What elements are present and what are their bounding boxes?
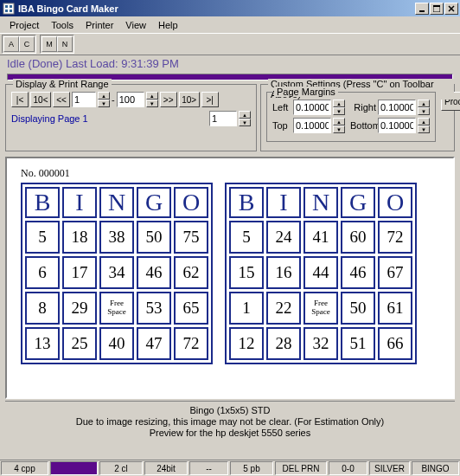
- status-dash: --: [189, 461, 228, 475]
- back10-button[interactable]: 10<: [30, 92, 51, 107]
- bingo-cell: 51: [341, 327, 375, 360]
- bingo-header: O: [174, 187, 208, 218]
- left-margin-spinner[interactable]: ▲▼: [333, 100, 345, 115]
- svg-rect-1: [5, 5, 8, 8]
- menu-printer[interactable]: Printer: [80, 18, 119, 32]
- toolbar-m-button[interactable]: M: [42, 36, 57, 52]
- left-label: Left: [272, 102, 291, 113]
- bingo-cell: 6: [25, 256, 60, 289]
- fwd10-button[interactable]: 10>: [179, 92, 200, 107]
- menu-tools[interactable]: Tools: [45, 18, 80, 32]
- maximize-button[interactable]: [430, 3, 444, 15]
- bingo-cell: 62: [174, 256, 208, 289]
- bingo-cell: 8: [25, 292, 60, 325]
- toolbar-c-button[interactable]: C: [19, 36, 35, 52]
- bingo-cell: 47: [137, 327, 171, 360]
- bingo-cell: 28: [266, 327, 301, 360]
- bingo-cell: 22: [266, 292, 301, 325]
- toolbar: A C M N: [0, 33, 460, 55]
- from-field[interactable]: [72, 92, 96, 107]
- page-field[interactable]: [209, 111, 237, 126]
- status-delprn: DEL PRN: [275, 461, 327, 475]
- bingo-cell: 67: [378, 256, 412, 289]
- footer-line1: Bingo (1x5x5) STD: [10, 405, 450, 415]
- footer-text: Bingo (1x5x5) STD Due to image resizing,…: [5, 401, 455, 444]
- bingo-cell: 15: [229, 256, 264, 289]
- svg-rect-5: [419, 10, 425, 12]
- right-margin-field[interactable]: [378, 100, 416, 115]
- bingo-header: G: [341, 187, 375, 218]
- bingo-cell: 61: [378, 292, 412, 325]
- close-button[interactable]: [444, 3, 458, 15]
- bingo-cell: 75: [174, 221, 208, 254]
- status-last-load: Last Load: 9:31:39 PM: [66, 57, 179, 70]
- to-field[interactable]: [117, 92, 144, 107]
- window-title: IBA Bingo Card Maker: [18, 3, 415, 14]
- bingo-header: B: [229, 187, 264, 218]
- page-spinner[interactable]: ▲▼: [239, 111, 251, 126]
- bingo-cell: 38: [99, 221, 134, 254]
- bottom-label: Bottom: [350, 120, 376, 131]
- bingo-header: G: [137, 187, 171, 218]
- menu-view[interactable]: View: [119, 18, 152, 32]
- bingo-header: I: [266, 187, 301, 218]
- to-spinner[interactable]: ▲▼: [146, 92, 158, 107]
- card-number: No. 000001: [21, 167, 439, 180]
- bingo-cell: 46: [341, 256, 375, 289]
- top-label: Top: [272, 120, 291, 131]
- bingo-cell: 53: [137, 292, 171, 325]
- bingo-cell: 66: [378, 327, 412, 360]
- right-label: Right: [350, 102, 376, 113]
- bingo-cell: 34: [99, 256, 134, 289]
- bingo-cell: 16: [266, 256, 301, 289]
- status-range: 0-0: [329, 461, 367, 475]
- minimize-button[interactable]: [415, 3, 429, 15]
- bingo-cell: 25: [62, 327, 97, 360]
- bingo-cell: 5: [229, 221, 264, 254]
- top-margin-field[interactable]: [293, 118, 331, 133]
- bingo-cell: 65: [174, 292, 208, 325]
- bingo-cell: Free Space: [99, 292, 134, 325]
- bingo-cell: 50: [137, 221, 171, 254]
- menu-help[interactable]: Help: [152, 18, 184, 32]
- status-silver: SILVER: [369, 461, 410, 475]
- bingo-cell: 32: [303, 327, 338, 360]
- status-bingo: BINGO: [412, 461, 459, 475]
- bingo-cell: 46: [137, 256, 171, 289]
- margins-legend: Page Margins: [274, 87, 338, 97]
- prev-button[interactable]: <<: [53, 92, 70, 107]
- svg-rect-2: [10, 5, 12, 8]
- bingo-cell: 17: [62, 256, 97, 289]
- bingo-cell: 50: [341, 292, 375, 325]
- right-margin-spinner[interactable]: ▲▼: [418, 100, 430, 115]
- bingo-header: O: [378, 187, 412, 218]
- left-margin-field[interactable]: [293, 100, 331, 115]
- status-color: [50, 461, 98, 475]
- bingo-cell: 24: [266, 221, 301, 254]
- range-dash: -: [112, 94, 115, 105]
- bingo-cell: 12: [229, 327, 264, 360]
- svg-rect-0: [3, 3, 14, 14]
- bingo-cell: 5: [25, 221, 60, 254]
- toolbar-a-button[interactable]: A: [3, 36, 19, 52]
- last-button[interactable]: >|: [201, 92, 219, 107]
- bingo-cell: 41: [303, 221, 338, 254]
- from-spinner[interactable]: ▲▼: [98, 92, 110, 107]
- first-button[interactable]: |<: [11, 92, 29, 107]
- bingo-cell: 60: [341, 221, 375, 254]
- toolbar-n-button[interactable]: N: [57, 36, 73, 52]
- bingo-cell: 72: [174, 327, 208, 360]
- bottom-margin-field[interactable]: [378, 118, 416, 133]
- bottom-margin-spinner[interactable]: ▲▼: [418, 118, 430, 133]
- custom-settings-group: Custom Settings (Press "C" on Toolbar Ab…: [260, 84, 455, 151]
- bingo-cell: 13: [25, 327, 60, 360]
- status-pb: 5 pb: [230, 461, 273, 475]
- next-button[interactable]: >>: [160, 92, 177, 107]
- bingo-header: N: [99, 187, 134, 218]
- top-margin-spinner[interactable]: ▲▼: [333, 118, 345, 133]
- footer-line3: Preview for the hp deskjet 5550 series: [10, 428, 450, 438]
- bingo-cell: 29: [62, 292, 97, 325]
- display-range-group: Display & Print Range |< 10< << ▲▼ - ▲▼ …: [5, 84, 257, 151]
- menu-project[interactable]: Project: [3, 18, 45, 32]
- app-icon: [2, 2, 16, 16]
